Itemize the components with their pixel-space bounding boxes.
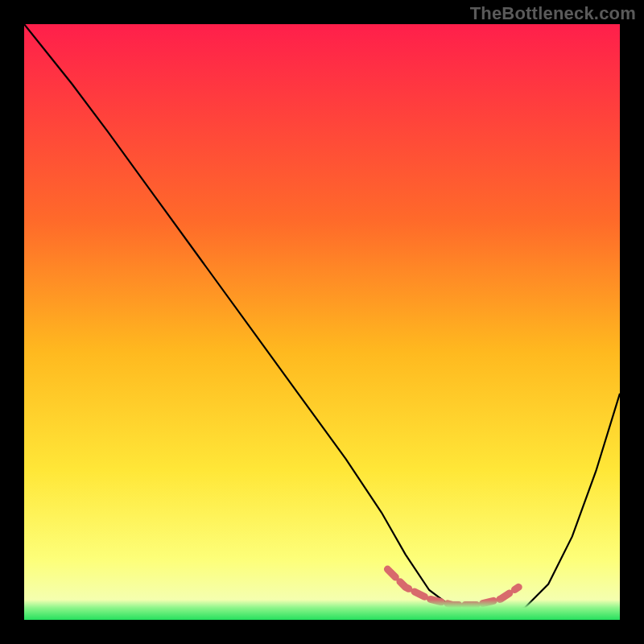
watermark-text: TheBottleneck.com bbox=[470, 3, 636, 24]
chart-svg bbox=[24, 24, 620, 620]
chart-plot-area bbox=[24, 24, 620, 620]
chart-background-gradient bbox=[24, 24, 620, 620]
